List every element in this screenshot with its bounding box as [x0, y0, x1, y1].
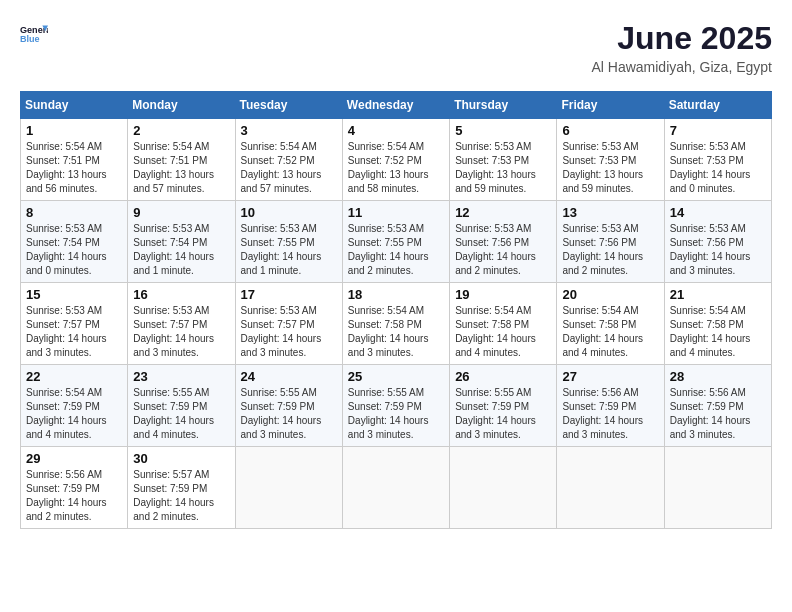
day-info: Sunrise: 5:53 AMSunset: 7:56 PMDaylight:… — [455, 222, 551, 278]
day-info: Sunrise: 5:54 AMSunset: 7:58 PMDaylight:… — [455, 304, 551, 360]
day-number: 14 — [670, 205, 766, 220]
day-info: Sunrise: 5:56 AMSunset: 7:59 PMDaylight:… — [26, 468, 122, 524]
weekday-header-wednesday: Wednesday — [342, 92, 449, 119]
calendar-cell: 28Sunrise: 5:56 AMSunset: 7:59 PMDayligh… — [664, 365, 771, 447]
calendar-cell: 10Sunrise: 5:53 AMSunset: 7:55 PMDayligh… — [235, 201, 342, 283]
day-number: 17 — [241, 287, 337, 302]
day-number: 23 — [133, 369, 229, 384]
day-info: Sunrise: 5:54 AMSunset: 7:52 PMDaylight:… — [241, 140, 337, 196]
calendar-cell: 17Sunrise: 5:53 AMSunset: 7:57 PMDayligh… — [235, 283, 342, 365]
calendar-cell: 27Sunrise: 5:56 AMSunset: 7:59 PMDayligh… — [557, 365, 664, 447]
location: Al Hawamidiyah, Giza, Egypt — [591, 59, 772, 75]
weekday-header-monday: Monday — [128, 92, 235, 119]
logo: General Blue — [20, 20, 48, 48]
calendar-cell — [557, 447, 664, 529]
day-number: 13 — [562, 205, 658, 220]
day-number: 4 — [348, 123, 444, 138]
day-number: 11 — [348, 205, 444, 220]
day-info: Sunrise: 5:53 AMSunset: 7:56 PMDaylight:… — [670, 222, 766, 278]
day-number: 2 — [133, 123, 229, 138]
calendar-cell — [342, 447, 449, 529]
week-row-4: 22Sunrise: 5:54 AMSunset: 7:59 PMDayligh… — [21, 365, 772, 447]
calendar-cell: 14Sunrise: 5:53 AMSunset: 7:56 PMDayligh… — [664, 201, 771, 283]
day-info: Sunrise: 5:53 AMSunset: 7:57 PMDaylight:… — [241, 304, 337, 360]
calendar-cell: 5Sunrise: 5:53 AMSunset: 7:53 PMDaylight… — [450, 119, 557, 201]
weekday-header-friday: Friday — [557, 92, 664, 119]
calendar-cell — [235, 447, 342, 529]
day-info: Sunrise: 5:55 AMSunset: 7:59 PMDaylight:… — [348, 386, 444, 442]
day-number: 3 — [241, 123, 337, 138]
calendar-cell: 30Sunrise: 5:57 AMSunset: 7:59 PMDayligh… — [128, 447, 235, 529]
day-info: Sunrise: 5:53 AMSunset: 7:57 PMDaylight:… — [133, 304, 229, 360]
day-number: 16 — [133, 287, 229, 302]
day-number: 10 — [241, 205, 337, 220]
day-number: 21 — [670, 287, 766, 302]
day-number: 26 — [455, 369, 551, 384]
calendar-cell: 18Sunrise: 5:54 AMSunset: 7:58 PMDayligh… — [342, 283, 449, 365]
calendar-cell — [450, 447, 557, 529]
day-info: Sunrise: 5:53 AMSunset: 7:54 PMDaylight:… — [133, 222, 229, 278]
calendar-cell: 13Sunrise: 5:53 AMSunset: 7:56 PMDayligh… — [557, 201, 664, 283]
calendar-cell: 16Sunrise: 5:53 AMSunset: 7:57 PMDayligh… — [128, 283, 235, 365]
day-info: Sunrise: 5:54 AMSunset: 7:51 PMDaylight:… — [133, 140, 229, 196]
weekday-header-row: SundayMondayTuesdayWednesdayThursdayFrid… — [21, 92, 772, 119]
day-info: Sunrise: 5:54 AMSunset: 7:51 PMDaylight:… — [26, 140, 122, 196]
day-number: 5 — [455, 123, 551, 138]
day-info: Sunrise: 5:55 AMSunset: 7:59 PMDaylight:… — [133, 386, 229, 442]
day-info: Sunrise: 5:54 AMSunset: 7:58 PMDaylight:… — [348, 304, 444, 360]
calendar-cell — [664, 447, 771, 529]
calendar-cell: 25Sunrise: 5:55 AMSunset: 7:59 PMDayligh… — [342, 365, 449, 447]
calendar-cell: 12Sunrise: 5:53 AMSunset: 7:56 PMDayligh… — [450, 201, 557, 283]
calendar-cell: 21Sunrise: 5:54 AMSunset: 7:58 PMDayligh… — [664, 283, 771, 365]
calendar-table: SundayMondayTuesdayWednesdayThursdayFrid… — [20, 91, 772, 529]
calendar-cell: 3Sunrise: 5:54 AMSunset: 7:52 PMDaylight… — [235, 119, 342, 201]
day-info: Sunrise: 5:53 AMSunset: 7:53 PMDaylight:… — [562, 140, 658, 196]
day-info: Sunrise: 5:56 AMSunset: 7:59 PMDaylight:… — [562, 386, 658, 442]
day-number: 22 — [26, 369, 122, 384]
weekday-header-sunday: Sunday — [21, 92, 128, 119]
day-number: 20 — [562, 287, 658, 302]
day-number: 12 — [455, 205, 551, 220]
calendar-cell: 22Sunrise: 5:54 AMSunset: 7:59 PMDayligh… — [21, 365, 128, 447]
calendar-cell: 9Sunrise: 5:53 AMSunset: 7:54 PMDaylight… — [128, 201, 235, 283]
calendar-cell: 7Sunrise: 5:53 AMSunset: 7:53 PMDaylight… — [664, 119, 771, 201]
day-number: 18 — [348, 287, 444, 302]
day-number: 25 — [348, 369, 444, 384]
day-info: Sunrise: 5:53 AMSunset: 7:53 PMDaylight:… — [670, 140, 766, 196]
calendar-cell: 2Sunrise: 5:54 AMSunset: 7:51 PMDaylight… — [128, 119, 235, 201]
weekday-header-tuesday: Tuesday — [235, 92, 342, 119]
calendar-cell: 11Sunrise: 5:53 AMSunset: 7:55 PMDayligh… — [342, 201, 449, 283]
weekday-header-saturday: Saturday — [664, 92, 771, 119]
logo-icon: General Blue — [20, 20, 48, 48]
week-row-1: 1Sunrise: 5:54 AMSunset: 7:51 PMDaylight… — [21, 119, 772, 201]
day-info: Sunrise: 5:53 AMSunset: 7:54 PMDaylight:… — [26, 222, 122, 278]
day-number: 29 — [26, 451, 122, 466]
day-info: Sunrise: 5:54 AMSunset: 7:58 PMDaylight:… — [670, 304, 766, 360]
day-info: Sunrise: 5:53 AMSunset: 7:55 PMDaylight:… — [348, 222, 444, 278]
calendar-cell: 23Sunrise: 5:55 AMSunset: 7:59 PMDayligh… — [128, 365, 235, 447]
day-info: Sunrise: 5:54 AMSunset: 7:59 PMDaylight:… — [26, 386, 122, 442]
calendar-cell: 29Sunrise: 5:56 AMSunset: 7:59 PMDayligh… — [21, 447, 128, 529]
calendar-cell: 4Sunrise: 5:54 AMSunset: 7:52 PMDaylight… — [342, 119, 449, 201]
day-number: 9 — [133, 205, 229, 220]
week-row-2: 8Sunrise: 5:53 AMSunset: 7:54 PMDaylight… — [21, 201, 772, 283]
day-number: 1 — [26, 123, 122, 138]
calendar-cell: 19Sunrise: 5:54 AMSunset: 7:58 PMDayligh… — [450, 283, 557, 365]
calendar-cell: 26Sunrise: 5:55 AMSunset: 7:59 PMDayligh… — [450, 365, 557, 447]
day-info: Sunrise: 5:54 AMSunset: 7:58 PMDaylight:… — [562, 304, 658, 360]
day-info: Sunrise: 5:53 AMSunset: 7:55 PMDaylight:… — [241, 222, 337, 278]
day-info: Sunrise: 5:53 AMSunset: 7:56 PMDaylight:… — [562, 222, 658, 278]
title-block: June 2025 Al Hawamidiyah, Giza, Egypt — [591, 20, 772, 75]
weekday-header-thursday: Thursday — [450, 92, 557, 119]
day-info: Sunrise: 5:56 AMSunset: 7:59 PMDaylight:… — [670, 386, 766, 442]
day-info: Sunrise: 5:54 AMSunset: 7:52 PMDaylight:… — [348, 140, 444, 196]
day-info: Sunrise: 5:57 AMSunset: 7:59 PMDaylight:… — [133, 468, 229, 524]
day-number: 15 — [26, 287, 122, 302]
week-row-5: 29Sunrise: 5:56 AMSunset: 7:59 PMDayligh… — [21, 447, 772, 529]
day-info: Sunrise: 5:53 AMSunset: 7:53 PMDaylight:… — [455, 140, 551, 196]
day-info: Sunrise: 5:53 AMSunset: 7:57 PMDaylight:… — [26, 304, 122, 360]
day-number: 19 — [455, 287, 551, 302]
day-number: 7 — [670, 123, 766, 138]
calendar-cell: 15Sunrise: 5:53 AMSunset: 7:57 PMDayligh… — [21, 283, 128, 365]
calendar-cell: 20Sunrise: 5:54 AMSunset: 7:58 PMDayligh… — [557, 283, 664, 365]
